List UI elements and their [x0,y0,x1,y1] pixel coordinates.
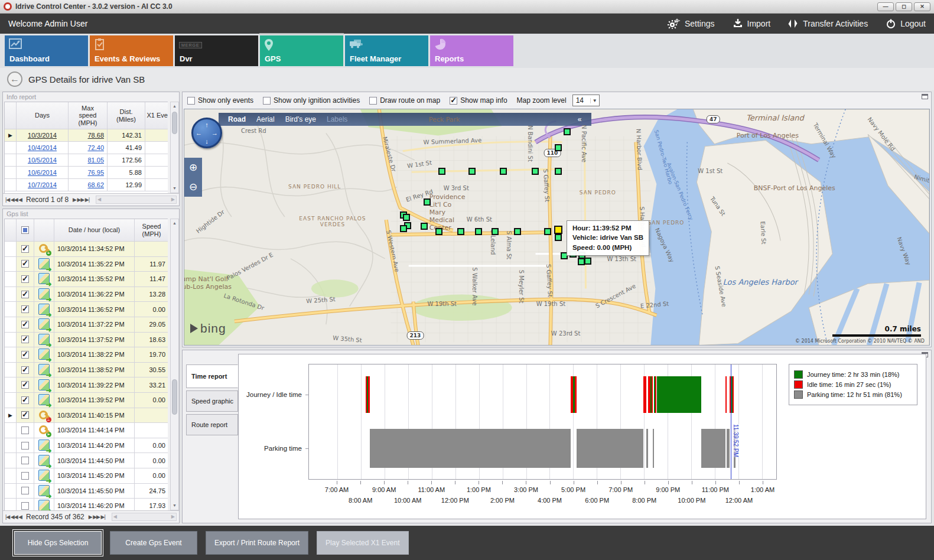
tab-gps[interactable]: GPS [260,35,343,66]
gps-row[interactable]: 10/3/2014 11:38:52 PM30.55 [5,363,168,378]
journey-idle-band-segment[interactable] [368,376,369,413]
gps-marker[interactable] [421,223,428,230]
last-page-icon[interactable]: ▶ ▶▶ ▶| [73,197,89,203]
option-checkbox[interactable] [187,97,195,105]
journey-idle-band-segment[interactable] [655,376,656,413]
gps-marker[interactable] [500,168,507,175]
journey-idle-band-segment[interactable] [652,376,653,413]
speed-column-header[interactable]: Speed (MPH) [135,219,168,242]
gps-row[interactable]: ▶–10/3/2014 11:40:15 PM [5,408,168,424]
table-row[interactable]: ▶10/3/201478.68142.310 [5,129,168,142]
minimize-button[interactable]: — [877,2,894,11]
tab-fleet-manager[interactable]: Fleet Manager [345,35,428,66]
row-checkbox[interactable] [21,366,29,374]
row-checkbox[interactable] [21,351,29,359]
gps-row[interactable]: +10/3/2014 11:34:52 PM [5,242,168,257]
info-report-scrollbar[interactable]: ▲ ▼ [170,102,179,193]
gps-marker[interactable] [435,228,442,235]
gps-marker[interactable] [492,228,499,235]
gps-marker[interactable] [403,214,410,221]
gps-marker[interactable] [555,234,562,241]
gps-row[interactable]: ➤10/3/2014 11:44:14 PM [5,423,168,438]
parking-band-segment[interactable] [370,429,571,468]
gps-marker[interactable] [514,228,521,235]
map-option-show-map-info[interactable]: Show map info [450,96,507,105]
gps-marker[interactable] [578,258,585,265]
collapse-toolbar-icon[interactable]: « [578,115,582,123]
menu-item-import[interactable]: Import [733,18,771,29]
gps-marker[interactable] [555,144,562,151]
value-link[interactable]: 78.68 [87,132,104,139]
value-link[interactable]: 68.62 [87,181,104,188]
column-header[interactable]: Dist. (Miles) [108,102,145,129]
map-style-aerial[interactable]: Aerial [256,115,275,123]
gps-row[interactable]: 10/3/2014 11:44:50 PM0.00 [5,453,168,468]
map-compass-control[interactable]: ↑↓←→ [191,118,222,148]
value-link[interactable]: 10/6/2014 [28,169,57,176]
zoom-out-icon[interactable]: ⊖ [189,182,197,192]
row-checkbox[interactable] [21,487,29,494]
map-style-road[interactable]: Road [228,115,246,123]
row-checkbox[interactable] [21,442,29,450]
gps-row[interactable]: 10/3/2014 11:37:22 PM29.05 [5,317,168,333]
row-checkbox[interactable] [21,502,29,510]
value-link[interactable]: 72.40 [87,144,104,151]
value-link[interactable]: 10/7/2014 [28,181,57,188]
gps-marker[interactable] [400,225,407,232]
hide-gps-selection-button[interactable]: Hide Gps Selection [14,531,102,555]
gps-marker[interactable] [555,168,562,175]
map-option-show-only-ignition-activities[interactable]: Show only ignition activities [263,96,360,105]
gps-row[interactable]: 10/3/2014 11:46:20 PM17.93 [5,499,168,510]
select-all-checkbox[interactable] [21,226,29,234]
map-view[interactable]: RoadAerialBird's eyeLabels«↑↓←→⊕⊖Crest R… [184,109,930,346]
gps-marker[interactable] [532,168,539,175]
journey-idle-band-segment[interactable] [657,376,701,413]
row-checkbox[interactable] [21,260,29,268]
gps-marker[interactable] [457,228,464,235]
tab-speed-graphic[interactable]: Speed graphic [186,390,238,412]
journey-idle-band-segment[interactable] [725,376,727,413]
journey-idle-band-segment[interactable] [643,376,647,413]
maximize-button[interactable]: ◻ [896,2,912,11]
row-checkbox[interactable] [21,426,29,434]
tab-dashboard[interactable]: Dashboard [5,35,88,66]
gps-list-scrollbar[interactable]: ▲ ▼ [170,219,179,510]
menu-item-settings[interactable]: Settings [668,18,715,29]
parking-band-segment[interactable] [653,429,654,468]
map-option-show-only-events[interactable]: Show only events [187,96,253,105]
column-header[interactable]: Max speed (MPH) [69,102,108,129]
gps-list-hscroll[interactable]: ◀▶ [112,513,177,521]
tab-dvr[interactable]: MERGEDvr [175,35,258,66]
row-checkbox[interactable] [21,381,29,389]
tab-reports[interactable]: Reports [430,35,513,66]
tab-time-report[interactable]: Time report [186,364,238,388]
first-page-icon[interactable]: |◀ ◀◀ ◀ [5,197,22,203]
menu-item-transfer-activities[interactable]: Transfer Activities [788,18,868,29]
map-style-labels[interactable]: Labels [327,115,347,123]
gps-row[interactable]: 10/3/2014 11:35:52 PM11.47 [5,272,168,287]
gps-row[interactable]: 10/3/2014 11:39:22 PM33.21 [5,377,168,393]
column-header[interactable]: Days [17,102,69,129]
gps-row[interactable]: 10/3/2014 11:45:50 PM24.75 [5,484,168,499]
option-checkbox[interactable] [450,97,457,105]
value-link[interactable]: 76.95 [87,169,104,176]
value-link[interactable]: 10/3/2014 [28,132,57,139]
gps-row[interactable]: 10/3/2014 11:39:52 PM0.00 [5,393,168,408]
zoom-in-icon[interactable]: ⊕ [189,162,197,172]
gps-row[interactable]: 10/3/2014 11:36:22 PM13.28 [5,287,168,302]
row-checkbox[interactable] [21,472,29,480]
table-row[interactable]: 10/5/201481.05172.562 [5,154,168,167]
map-option-draw-route-on-map[interactable]: Draw route on map [369,96,440,105]
value-link[interactable]: 10/5/2014 [28,157,57,164]
maximize-panel-icon[interactable] [922,94,928,99]
value-link[interactable]: 10/4/2014 [28,144,57,151]
tab-route-report[interactable]: Route report [186,414,238,435]
gps-marker[interactable] [544,228,551,235]
gps-row[interactable]: 10/3/2014 11:38:22 PM19.70 [5,347,168,363]
export-print-route-report-button[interactable]: Export / Print Route Report [206,531,308,555]
gps-row[interactable]: 10/3/2014 11:35:22 PM11.97 [5,257,168,272]
option-checkbox[interactable] [263,97,271,105]
gps-row[interactable]: 10/3/2014 11:45:20 PM0.00 [5,468,168,484]
row-checkbox[interactable] [21,411,29,419]
row-checkbox[interactable] [21,291,29,298]
